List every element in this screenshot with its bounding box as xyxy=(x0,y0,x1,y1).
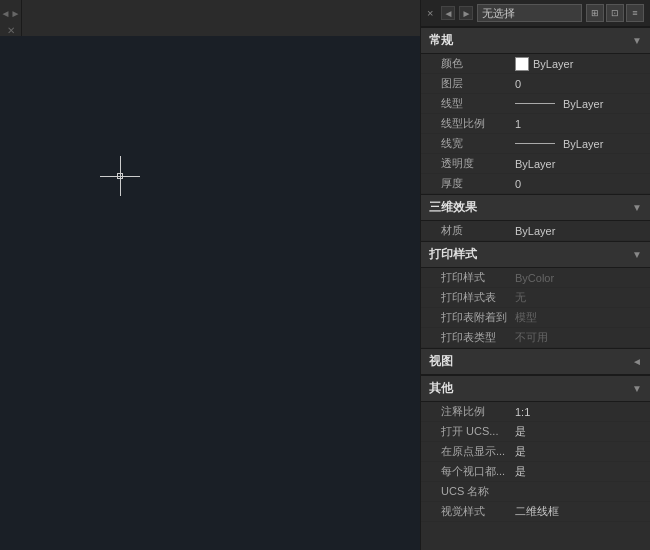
prop-label-linetype: 线型 xyxy=(421,96,511,111)
prop-label-visualstyle: 视觉样式 xyxy=(421,504,511,519)
panel-nav-left[interactable]: ◄ xyxy=(441,6,455,20)
prop-label-printtable: 打印样式表 xyxy=(421,290,511,305)
prop-row-printtype: 打印表类型 不可用 xyxy=(421,328,650,348)
prop-label-showorigin: 在原点显示... xyxy=(421,444,511,459)
toolbar-btn-1[interactable]: ⊞ xyxy=(586,4,604,22)
object-select[interactable]: 无选择 xyxy=(477,4,582,22)
section-general-arrow: ▼ xyxy=(632,35,642,46)
crosshair xyxy=(100,156,140,196)
prop-value-showorigin: 是 xyxy=(511,444,650,459)
line-preview-2 xyxy=(515,143,555,144)
prop-value-eachvport: 是 xyxy=(511,464,650,479)
crosshair-center xyxy=(117,173,123,179)
section-view-title: 视图 xyxy=(429,353,453,370)
prop-row-linescale[interactable]: 线型比例 1 xyxy=(421,114,650,134)
prop-label-printtype: 打印表类型 xyxy=(421,330,511,345)
prop-value-openucs: 是 xyxy=(511,424,650,439)
prop-label-linewidth: 线宽 xyxy=(421,136,511,151)
prop-row-linetype[interactable]: 线型 ByLayer xyxy=(421,94,650,114)
section-3d-header[interactable]: 三维效果 ▼ xyxy=(421,194,650,221)
panel-close-btn[interactable]: × xyxy=(427,7,433,19)
section-other-header[interactable]: 其他 ▼ xyxy=(421,375,650,402)
prop-label-openucs: 打开 UCS... xyxy=(421,424,511,439)
prop-label-printstyle: 打印样式 xyxy=(421,270,511,285)
panel-header: × ◄ ► 无选择 ⊞ ⊡ ≡ xyxy=(421,0,650,27)
prop-label-color: 颜色 xyxy=(421,56,511,71)
prop-value-layer: 0 xyxy=(511,78,650,90)
prop-label-ucsname: UCS 名称 xyxy=(421,484,511,499)
prop-row-visualstyle[interactable]: 视觉样式 二维线框 xyxy=(421,502,650,522)
section-3d-title: 三维效果 xyxy=(429,199,477,216)
prop-label-linescale: 线型比例 xyxy=(421,116,511,131)
left-side-strip: ◄► ✕ ≡≡ ⊞ xyxy=(0,0,22,36)
section-other-arrow: ▼ xyxy=(632,383,642,394)
canvas-area: ◄► ✕ ≡≡ ⊞ xyxy=(0,0,420,550)
prop-label-printattach: 打印表附着到 xyxy=(421,310,511,325)
prop-value-linetype: ByLayer xyxy=(511,98,650,110)
prop-value-printstyle: ByColor xyxy=(511,272,650,284)
section-view-header[interactable]: 视图 ◄ xyxy=(421,348,650,375)
prop-value-linescale: 1 xyxy=(511,118,650,130)
prop-value-printtable: 无 xyxy=(511,290,650,305)
prop-label-thickness: 厚度 xyxy=(421,176,511,191)
prop-row-printtable: 打印样式表 无 xyxy=(421,288,650,308)
prop-value-color: ByLayer xyxy=(511,57,650,71)
prop-value-annotscale: 1:1 xyxy=(511,406,650,418)
prop-value-thickness: 0 xyxy=(511,178,650,190)
color-swatch xyxy=(515,57,529,71)
prop-row-material[interactable]: 材质 ByLayer xyxy=(421,221,650,241)
toolbar-btn-2[interactable]: ⊡ xyxy=(606,4,624,22)
prop-label-material: 材质 xyxy=(421,223,511,238)
line-preview-1 xyxy=(515,103,555,104)
prop-row-layer[interactable]: 图层 0 xyxy=(421,74,650,94)
prop-value-printattach: 模型 xyxy=(511,310,650,325)
prop-label-eachvport: 每个视口都... xyxy=(421,464,511,479)
prop-row-thickness[interactable]: 厚度 0 xyxy=(421,174,650,194)
panel-toolbar: ⊞ ⊡ ≡ xyxy=(586,4,644,22)
prop-row-annotscale[interactable]: 注释比例 1:1 xyxy=(421,402,650,422)
prop-row-eachvport[interactable]: 每个视口都... 是 xyxy=(421,462,650,482)
strip-icon-2[interactable]: ✕ xyxy=(7,25,15,36)
section-print-arrow: ▼ xyxy=(632,249,642,260)
prop-value-visualstyle: 二维线框 xyxy=(511,504,650,519)
section-view-arrow: ◄ xyxy=(632,356,642,367)
panel-nav-right[interactable]: ► xyxy=(459,6,473,20)
drawing-canvas[interactable] xyxy=(0,36,420,550)
prop-value-material: ByLayer xyxy=(511,225,650,237)
prop-row-showorigin[interactable]: 在原点显示... 是 xyxy=(421,442,650,462)
section-print-header[interactable]: 打印样式 ▼ xyxy=(421,241,650,268)
prop-label-layer: 图层 xyxy=(421,76,511,91)
section-general-title: 常规 xyxy=(429,32,453,49)
properties-panel: × ◄ ► 无选择 ⊞ ⊡ ≡ 常规 ▼ 颜色 ByLayer 图层 0 线型 … xyxy=(420,0,650,550)
section-general-header[interactable]: 常规 ▼ xyxy=(421,27,650,54)
section-other-title: 其他 xyxy=(429,380,453,397)
prop-row-printattach: 打印表附着到 模型 xyxy=(421,308,650,328)
section-print-title: 打印样式 xyxy=(429,246,477,263)
prop-row-color[interactable]: 颜色 ByLayer xyxy=(421,54,650,74)
prop-value-transparency: ByLayer xyxy=(511,158,650,170)
prop-row-printstyle: 打印样式 ByColor xyxy=(421,268,650,288)
toolbar-btn-3[interactable]: ≡ xyxy=(626,4,644,22)
prop-row-openucs[interactable]: 打开 UCS... 是 xyxy=(421,422,650,442)
prop-row-linewidth[interactable]: 线宽 ByLayer xyxy=(421,134,650,154)
section-3d-arrow: ▼ xyxy=(632,202,642,213)
prop-value-printtype: 不可用 xyxy=(511,330,650,345)
prop-row-transparency[interactable]: 透明度 ByLayer xyxy=(421,154,650,174)
prop-value-linewidth: ByLayer xyxy=(511,138,650,150)
prop-label-transparency: 透明度 xyxy=(421,156,511,171)
prop-row-ucsname[interactable]: UCS 名称 xyxy=(421,482,650,502)
strip-icon-1[interactable]: ◄► xyxy=(1,8,21,19)
prop-label-annotscale: 注释比例 xyxy=(421,404,511,419)
